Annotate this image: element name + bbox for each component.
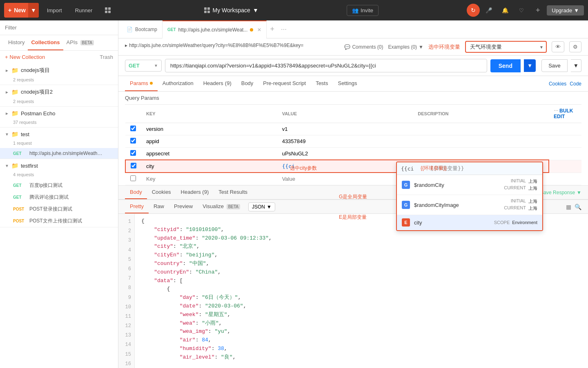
save-response-label: Save Response [540, 190, 575, 195]
initial-value2: 上海 [528, 198, 537, 204]
code-content: { "cityid": "101010100", "update_time": … [135, 214, 588, 368]
params-tab-params[interactable]: Params [125, 76, 158, 91]
request-item-post-file[interactable]: POST POST文件上传接口测试 [0, 215, 118, 227]
collection-header-testfirst[interactable]: ▼ 📁 testfirst [0, 159, 118, 172]
plus-circle-icon-button[interactable]: + [530, 3, 545, 18]
svg-rect-7 [207, 11, 210, 13]
autocomplete-item-random-city[interactable]: G $randomCity INITIAL 上海 CURRENT 上海 [397, 175, 542, 195]
import-button[interactable]: Import [42, 5, 67, 16]
resp-tab-cookies[interactable]: Cookies [147, 186, 176, 199]
layout-icon-button[interactable] [100, 3, 115, 18]
params-tab-settings[interactable]: Settings [333, 76, 362, 91]
search-response-button[interactable]: 🔍 [575, 204, 581, 210]
collection-header-postman-echo[interactable]: ► 📁 Postman Echo [0, 107, 118, 120]
autocomplete-item-city[interactable]: E city SCOPE Environment [397, 215, 542, 230]
tab-weather-request[interactable]: GET http://apis.juhe.cn/simpleWeat... ✕ [163, 20, 267, 38]
resp-tab-test-results[interactable]: Test Results [214, 186, 252, 199]
checkbox-city[interactable] [131, 163, 136, 168]
settings-button[interactable]: ⚙ [569, 41, 581, 52]
autocomplete-current-row2: CURRENT 上海 [504, 205, 537, 211]
svg-rect-0 [105, 7, 107, 10]
tab-history[interactable]: History [5, 35, 28, 50]
tab-bootcamp[interactable]: 📄 Bootcamp [122, 20, 163, 38]
format-select-json[interactable]: JSON ▼ [248, 202, 275, 211]
params-tab-tests[interactable]: Tests [311, 76, 333, 91]
folder-icon-testfirst: 📁 [11, 162, 18, 169]
add-tab-button[interactable]: + [267, 25, 278, 34]
autocomplete-item-random-city-image[interactable]: G $randomCityImage INITIAL 上海 CURRENT 上海 [397, 195, 542, 215]
heart-icon-button[interactable]: ♡ [514, 3, 529, 18]
param-actions-city [549, 160, 581, 173]
runner-button[interactable]: Runner [70, 5, 98, 16]
autocomplete-open-brace: {{ci [401, 166, 414, 172]
new-collection-button[interactable]: + New Collection [5, 54, 45, 60]
method-badge-get-tencent: GET [13, 195, 26, 200]
request-item-baidu[interactable]: GET 百度ip接口测试 [0, 180, 118, 191]
more-tabs-button[interactable]: ⋯ [278, 26, 290, 33]
comments-link[interactable]: 💬 Comments (0) [344, 44, 383, 50]
params-tab-body[interactable]: Body [236, 76, 258, 91]
examples-link[interactable]: Examples (0) ▼ [388, 44, 423, 50]
scope-value: Environment [512, 220, 537, 225]
body-tab-raw[interactable]: Raw [149, 200, 169, 213]
params-tab-authorization[interactable]: Authorization [158, 76, 198, 91]
collection-header-test[interactable]: ▼ 📁 test [0, 128, 118, 141]
save-response-button[interactable]: Save Response ▼ [540, 190, 581, 195]
request-item-test-weather[interactable]: GET http://apis.juhe.cn/simpleWeather/..… [0, 148, 118, 159]
copy-response-button[interactable]: ▦ [566, 204, 571, 210]
mic-icon-button[interactable]: 🎤 [481, 3, 496, 18]
request-item-post-login[interactable]: POST POST登录接口测试 [0, 203, 118, 215]
param-key-version[interactable] [146, 126, 272, 132]
eye-button[interactable]: 👁 [552, 41, 564, 52]
param-value-version[interactable] [282, 126, 408, 132]
invite-button[interactable]: 👥 Invite [347, 5, 379, 16]
bell-icon-button[interactable]: 🔔 [498, 3, 512, 18]
new-button[interactable]: + New ▼ [4, 3, 39, 18]
new-dropdown-arrow[interactable]: ▼ [28, 3, 39, 18]
send-dropdown-button[interactable]: ▼ [524, 59, 536, 72]
body-tab-preview[interactable]: Preview [169, 200, 198, 213]
sync-icon-button[interactable]: ↻ [467, 4, 480, 17]
params-tab-headers[interactable]: Headers (9) [198, 76, 236, 91]
sidebar: History Collections APIs BETA + New Coll… [0, 20, 118, 368]
checkbox-add[interactable] [130, 175, 136, 181]
workspace-title[interactable]: My Workspace ▼ [204, 7, 258, 13]
close-tab-button[interactable]: ✕ [257, 27, 261, 33]
save-dropdown-button[interactable]: ▼ [571, 59, 581, 72]
filter-input[interactable] [5, 25, 113, 31]
request-item-tencent[interactable]: GET 腾讯评论接口测试 [0, 191, 118, 203]
body-tab-pretty[interactable]: Pretty [125, 200, 149, 213]
checkbox-version[interactable] [130, 126, 136, 131]
method-dropdown-icon: ▼ [154, 63, 158, 68]
save-button[interactable]: Save [541, 59, 568, 72]
resp-tab-headers[interactable]: Headers (9) [176, 186, 214, 199]
checkbox-appid[interactable] [130, 138, 136, 144]
more-params-button[interactable]: ⋯ [554, 108, 558, 113]
param-value-add[interactable] [282, 176, 408, 182]
checkbox-appsecret[interactable] [130, 150, 136, 156]
th-key: KEY [141, 105, 277, 123]
tab-collections[interactable]: Collections [28, 35, 63, 50]
tab-apis[interactable]: APIs BETA [63, 35, 97, 50]
params-tab-prerequest[interactable]: Pre-request Script [258, 76, 311, 91]
param-value-appid[interactable] [282, 138, 408, 144]
trash-button[interactable]: Trash [100, 54, 113, 60]
code-link[interactable]: Code [570, 81, 581, 87]
env-select[interactable]: 天气环境变量 [465, 41, 547, 53]
resp-tab-body[interactable]: Body [125, 186, 147, 199]
param-key-appid[interactable] [146, 138, 272, 144]
env-label: 选中环境变量 [428, 43, 460, 51]
cookies-link[interactable]: Cookies [549, 81, 566, 87]
send-button[interactable]: Send [490, 59, 521, 72]
param-key-city[interactable] [146, 163, 272, 169]
body-tab-visualize[interactable]: Visualize BETA [198, 200, 245, 213]
param-key-appsecret[interactable] [146, 150, 272, 157]
person-icon: 👥 [352, 7, 359, 13]
upgrade-button[interactable]: Upgrade ▼ [547, 5, 584, 16]
collection-header-cnodejs[interactable]: ► 📁 cnodejs项目 [0, 63, 118, 77]
param-key-add[interactable] [146, 176, 272, 182]
param-value-appsecret[interactable] [282, 150, 408, 157]
method-select[interactable]: GET ▼ [125, 60, 162, 72]
collection-header-cnodejs2[interactable]: ► 📁 cnodejs项目2 [0, 85, 118, 99]
url-input[interactable] [165, 59, 487, 72]
